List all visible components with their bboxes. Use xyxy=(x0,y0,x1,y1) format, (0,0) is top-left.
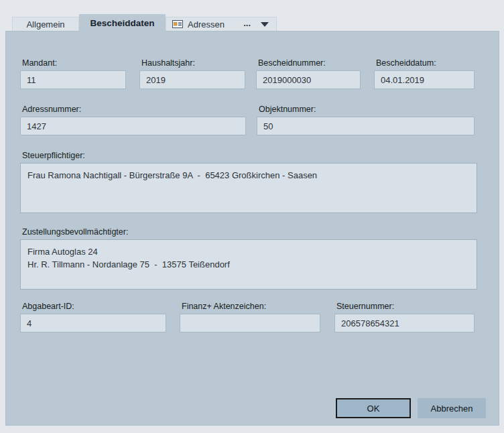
field-steuerpflichtiger: Steuerpflichtiger: Frau Ramona Nachtigal… xyxy=(20,151,477,213)
haushaltsjahr-input[interactable] xyxy=(139,70,245,89)
bescheiddatum-label: Bescheiddatum: xyxy=(376,58,475,68)
ok-button[interactable]: OK xyxy=(336,398,411,418)
tab-list-dropdown-button[interactable] xyxy=(259,18,271,30)
field-finanz-aktenzeichen: Finanz+ Aktenzeichen: xyxy=(180,302,320,332)
tab-allgemein-label: Allgemein xyxy=(26,19,64,29)
adressnummer-input[interactable] xyxy=(20,117,246,135)
adressnummer-label: Adressnummer: xyxy=(22,105,246,115)
abgabeart-id-label: Abgabeart-ID: xyxy=(22,302,166,312)
bescheidnummer-input[interactable] xyxy=(256,70,361,89)
field-bescheiddatum: Bescheiddatum: xyxy=(374,58,475,89)
tab-adressen[interactable]: Adressen xyxy=(188,19,225,29)
chevron-down-icon xyxy=(261,22,269,27)
objektnummer-label: Objektnummer: xyxy=(259,105,475,115)
field-bescheidnummer: Bescheidnummer: xyxy=(256,58,361,89)
steuerpflichtiger-label: Steuerpflichtiger: xyxy=(22,151,477,161)
cancel-button[interactable]: Abbrechen xyxy=(418,398,486,418)
field-haushaltsjahr: Haushaltsjahr: xyxy=(139,58,245,89)
tab-bescheiddaten[interactable]: Bescheiddaten xyxy=(79,14,166,32)
contact-card-icon xyxy=(172,20,183,28)
mandant-input[interactable] xyxy=(20,70,126,89)
finanz-aktenzeichen-label: Finanz+ Aktenzeichen: xyxy=(182,302,320,312)
abgabeart-id-input[interactable] xyxy=(20,314,166,332)
field-steuernummer: Steuernummer: xyxy=(334,302,475,332)
field-objektnummer: Objektnummer: xyxy=(257,105,475,135)
haushaltsjahr-label: Haushaltsjahr: xyxy=(141,58,245,68)
zustellungsbevollmaechtigter-textarea[interactable]: Firma Autoglas 24 Hr. R. Tillmann - Nord… xyxy=(20,239,477,290)
field-adressnummer: Adressnummer: xyxy=(20,105,246,135)
field-mandant: Mandant: xyxy=(20,58,126,89)
steuernummer-label: Steuernummer: xyxy=(336,302,475,312)
tab-bescheiddaten-label: Bescheiddaten xyxy=(90,18,154,28)
objektnummer-input[interactable] xyxy=(257,117,475,135)
bescheidnummer-label: Bescheidnummer: xyxy=(258,58,361,68)
tab-allgemein[interactable]: Allgemein xyxy=(12,17,79,31)
steuerpflichtiger-textarea[interactable]: Frau Ramona Nachtigall - Bürgerstraße 9A… xyxy=(20,163,477,213)
steuernummer-input[interactable] xyxy=(334,314,475,332)
mandant-label: Mandant: xyxy=(22,58,126,68)
field-abgabeart-id: Abgabeart-ID: xyxy=(20,302,166,332)
bescheiddatum-input[interactable] xyxy=(374,70,475,89)
zustellungsbevollmaechtigter-label: Zustellungsbevollmächtigter: xyxy=(22,227,477,237)
field-zustellungsbevollmaechtigter: Zustellungsbevollmächtigter: Firma Autog… xyxy=(20,227,477,290)
tab-overflow-ellipsis: ... xyxy=(243,18,251,31)
tab-strip-right: Adressen ... xyxy=(166,17,277,31)
finanz-aktenzeichen-input[interactable] xyxy=(180,314,320,332)
